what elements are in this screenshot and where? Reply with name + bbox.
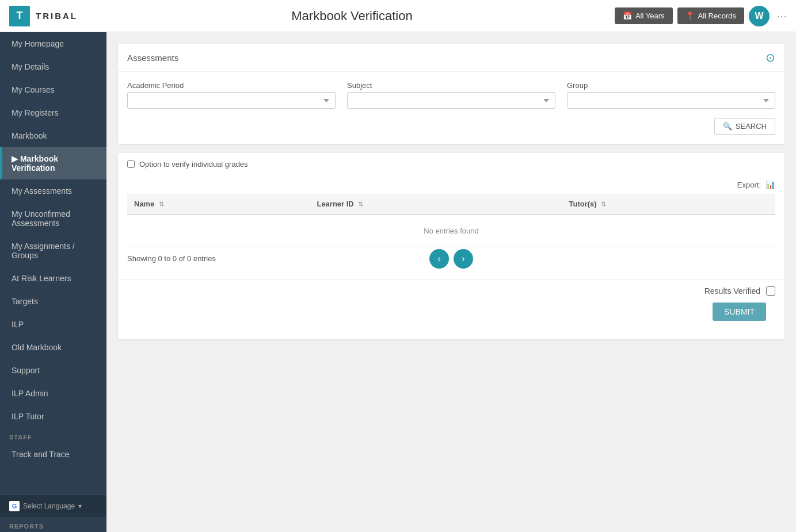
col-tutors[interactable]: Tutor(s) ⇅: [562, 194, 775, 215]
sidebar-item-my-unconfirmed-assessments[interactable]: My Unconfirmed Assessments: [0, 202, 106, 235]
sidebar-item-my-registers[interactable]: My Registers: [0, 101, 106, 124]
submit-button[interactable]: SUBMIT: [713, 303, 766, 321]
sidebar-item-my-homepage[interactable]: My Homepage: [0, 32, 106, 55]
header-menu-dots[interactable]: ⋯: [776, 10, 787, 22]
google-icon: G: [9, 501, 20, 511]
sidebar-item-ilp-admin[interactable]: ILP Admin: [0, 382, 106, 405]
results-verified-row: Results Verified: [118, 279, 784, 303]
location-icon: 📍: [685, 12, 695, 20]
sidebar-label-targets: Targets: [12, 297, 38, 306]
sidebar-label-my-registers: My Registers: [12, 108, 59, 117]
sidebar-item-my-details[interactable]: My Details: [0, 55, 106, 78]
table-header: Name ⇅ Learner ID ⇅ Tutor(s) ⇅: [127, 194, 775, 215]
sidebar-item-markbook[interactable]: Markbook: [0, 124, 106, 147]
sort-arrows-name: ⇅: [159, 201, 164, 208]
search-label: SEARCH: [736, 122, 767, 131]
search-area: 🔍 SEARCH: [127, 118, 775, 135]
results-verified-label: Results Verified: [704, 286, 760, 296]
export-row: Export: 📊: [127, 175, 775, 194]
sidebar-label-my-unconfirmed-assessments: My Unconfirmed Assessments: [12, 209, 70, 228]
all-years-button[interactable]: 📅 All Years: [615, 7, 673, 24]
prev-page-button[interactable]: ‹: [429, 249, 449, 269]
sidebar-label-at-risk-learners: At Risk Learners: [12, 274, 71, 283]
sidebar-label-my-details: My Details: [12, 62, 49, 71]
group-group: Group: [567, 81, 775, 109]
assessments-form-row: Academic Period Subject Group: [127, 81, 775, 109]
user-avatar[interactable]: W: [749, 6, 770, 26]
main-layout: My Homepage My Details My Courses My Reg…: [0, 32, 796, 532]
select-language-label: Select Language: [23, 502, 75, 510]
results-card: Option to verify individual grades Expor…: [118, 153, 784, 339]
content-area: Assessments ⊙ Academic Period Subject: [106, 32, 796, 532]
all-records-button[interactable]: 📍 All Records: [677, 7, 744, 24]
table-body: No entries found: [127, 215, 775, 247]
sidebar: My Homepage My Details My Courses My Reg…: [0, 32, 106, 532]
header-right: 📅 All Years 📍 All Records W ⋯: [615, 6, 787, 26]
logo-text: TRIBAL: [36, 11, 78, 21]
search-icon: 🔍: [723, 122, 732, 131]
assessments-title: Assessments: [127, 53, 178, 63]
excel-export-icon[interactable]: 📊: [765, 180, 775, 189]
sidebar-item-ilp[interactable]: ILP: [0, 313, 106, 336]
next-page-button[interactable]: ›: [454, 249, 473, 269]
sidebar-item-ilp-tutor[interactable]: ILP Tutor: [0, 405, 106, 428]
logo-area: T TRIBAL: [9, 6, 78, 26]
sidebar-item-old-markbook[interactable]: Old Markbook: [0, 336, 106, 359]
sidebar-label-track-and-trace: Track and Trace: [12, 450, 70, 459]
sidebar-item-track-and-trace[interactable]: Track and Trace: [0, 443, 106, 466]
sidebar-item-my-courses[interactable]: My Courses: [0, 78, 106, 101]
col-tutors-label: Tutor(s): [569, 200, 596, 208]
reports-section-label: REPORTS: [0, 517, 106, 532]
sort-arrows-tutors: ⇅: [601, 201, 606, 208]
sidebar-label-my-homepage: My Homepage: [12, 39, 64, 48]
no-entries-row: No entries found: [127, 215, 775, 247]
sidebar-item-markbook-verification[interactable]: ▶ Markbook Verification: [0, 147, 106, 179]
user-initial: W: [755, 11, 763, 21]
sidebar-item-support[interactable]: Support: [0, 359, 106, 382]
search-button[interactable]: 🔍 SEARCH: [714, 118, 775, 135]
assessments-card-header: Assessments ⊙: [118, 44, 784, 72]
sidebar-item-my-assignments-groups[interactable]: My Assignments / Groups: [0, 235, 106, 267]
sidebar-item-my-assessments[interactable]: My Assessments: [0, 179, 106, 202]
verify-check-label[interactable]: Option to verify individual grades: [127, 160, 775, 169]
pagination-container: Showing 0 to 0 of 0 entries ‹ ›: [127, 247, 775, 270]
all-years-label: All Years: [635, 12, 665, 20]
page-title: Markbook Verification: [291, 9, 412, 24]
select-language-bar[interactable]: G Select Language ▾: [0, 495, 106, 517]
active-indicator: ▶: [12, 154, 20, 163]
dropdown-arrow-icon: ▾: [78, 502, 82, 510]
sidebar-label-support: Support: [12, 366, 40, 375]
card-collapse-button[interactable]: ⊙: [765, 51, 775, 64]
assessments-card-body: Academic Period Subject Group: [118, 72, 784, 144]
academic-period-select[interactable]: [127, 92, 336, 109]
subject-select[interactable]: [347, 92, 555, 109]
academic-period-label: Academic Period: [127, 81, 336, 90]
results-verified-checkbox[interactable]: [766, 286, 775, 296]
col-learner-id[interactable]: Learner ID ⇅: [310, 194, 562, 215]
academic-period-group: Academic Period: [127, 81, 336, 109]
sidebar-item-targets[interactable]: Targets: [0, 290, 106, 313]
col-learner-id-label: Learner ID: [317, 200, 353, 208]
sidebar-label-markbook: Markbook: [12, 131, 47, 140]
col-name-label: Name: [134, 200, 154, 208]
logo-box: T: [9, 6, 30, 26]
export-label: Export:: [737, 181, 761, 189]
sidebar-label-ilp-admin: ILP Admin: [12, 389, 48, 398]
submit-area: SUBMIT: [118, 303, 784, 339]
sidebar-label-old-markbook: Old Markbook: [12, 343, 62, 352]
sidebar-label-my-courses: My Courses: [12, 85, 55, 94]
sidebar-label-ilp-tutor: ILP Tutor: [12, 412, 44, 421]
calendar-icon: 📅: [623, 12, 632, 20]
verify-individual-checkbox[interactable]: [127, 160, 135, 168]
col-name[interactable]: Name ⇅: [127, 194, 310, 215]
sidebar-item-at-risk-learners[interactable]: At Risk Learners: [0, 267, 106, 290]
page-buttons: ‹ ›: [429, 249, 473, 269]
no-entries-cell: No entries found: [127, 215, 775, 247]
pagination-row: Showing 0 to 0 of 0 entries ‹ ›: [127, 247, 775, 270]
all-records-label: All Records: [698, 12, 736, 20]
logo-letter: T: [17, 10, 23, 22]
sidebar-label-my-assessments: My Assessments: [12, 186, 72, 196]
sidebar-label-my-assignments-groups: My Assignments / Groups: [12, 242, 75, 260]
group-select[interactable]: [567, 92, 775, 109]
verify-label: Option to verify individual grades: [139, 160, 248, 169]
